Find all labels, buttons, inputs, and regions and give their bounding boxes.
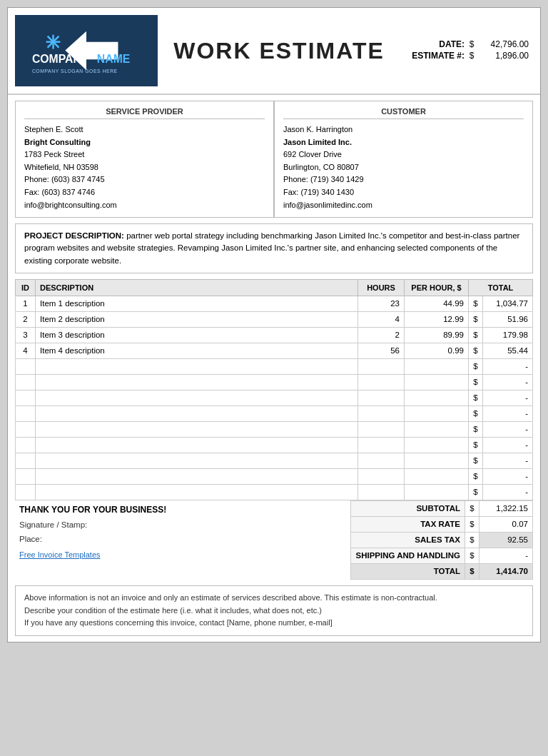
table-row-empty: $ -: [16, 468, 533, 484]
table-row-empty: $ -: [16, 358, 533, 374]
cust-address: 692 Clover Drive: [283, 148, 524, 161]
col-description: DESCRIPTION: [36, 279, 358, 296]
row-id: 1: [16, 296, 36, 311]
table-header-row: ID DESCRIPTION HOURS PER HOUR, $ TOTAL: [16, 279, 533, 296]
table-row-empty: $ -: [16, 374, 533, 390]
cust-fax: Fax: (719) 340 1430: [283, 186, 524, 199]
shipping-label: SHIPPING AND HANDLING: [351, 548, 465, 563]
row-description: Item 3 description: [36, 327, 358, 343]
meta-area: DATE: $ 42,796.00 ESTIMATE #: $ 1,896.00: [400, 39, 529, 62]
service-provider-col: SERVICE PROVIDER Stephen E. Scott Bright…: [15, 101, 274, 218]
row-id: 2: [16, 311, 36, 327]
sp-city: Whitefield, NH 03598: [24, 161, 265, 174]
disclaimer-line2: Describe your condition of the estimate …: [24, 605, 524, 618]
footer-left: THANK YOU FOR YOUR BUSINESS! Signature /…: [15, 500, 171, 563]
sales-tax-row: SALES TAX $ 92.55: [351, 532, 533, 548]
total-dollar: $: [465, 563, 480, 579]
cust-email: info@jasonlimitedinc.com: [283, 199, 524, 212]
sp-address: 1783 Peck Street: [24, 148, 265, 161]
table-row-empty: $ -: [16, 484, 533, 500]
estimate-row: ESTIMATE #: $ 1,896.00: [400, 51, 529, 61]
shipping-value: -: [480, 548, 533, 563]
row-total: 55.44: [483, 343, 533, 358]
row-dollar: $: [469, 327, 483, 343]
row-description: Item 1 description: [36, 296, 358, 311]
header: COMPANY NAME COMPANY SLOGAN GOES HERE WO…: [8, 8, 540, 95]
footer-section: THANK YOU FOR YOUR BUSINESS! Signature /…: [15, 500, 533, 580]
disclaimer-line3: If you have any questions concerning thi…: [24, 617, 524, 630]
tax-rate-row: TAX RATE $ 0.07: [351, 516, 533, 532]
document-title: WORK ESTIMATE: [158, 38, 400, 64]
row-hours: 2: [358, 327, 405, 343]
customer-header: CUSTOMER: [283, 107, 524, 119]
table-row-empty: $ -: [16, 405, 533, 421]
row-id: 3: [16, 327, 36, 343]
subtotal-row: SUBTOTAL $ 1,322.15: [351, 500, 533, 516]
free-invoice-link[interactable]: Free Invoice Templates: [19, 550, 166, 559]
table-row: 1 Item 1 description 23 44.99 $ 1,034.77: [16, 296, 533, 311]
row-dollar: $: [469, 311, 483, 327]
sales-tax-label: SALES TAX: [351, 532, 465, 548]
date-value: 42,796.00: [479, 39, 529, 49]
table-row-empty: $ -: [16, 390, 533, 405]
table-body: 1 Item 1 description 23 44.99 $ 1,034.77…: [16, 296, 533, 500]
table-row: 4 Item 4 description 56 0.99 $ 55.44: [16, 343, 533, 358]
cust-company: Jason Limited Inc.: [283, 136, 524, 149]
customer-body: Jason K. Harrington Jason Limited Inc. 6…: [283, 124, 524, 211]
disclaimer: Above information is not an invoice and …: [15, 585, 533, 636]
place-label: Place:: [19, 535, 166, 543]
row-per-hour: 0.99: [405, 343, 469, 358]
document-page: COMPANY NAME COMPANY SLOGAN GOES HERE WO…: [7, 7, 541, 642]
table-row-empty: $ -: [16, 453, 533, 468]
estimate-label: ESTIMATE #:: [400, 51, 465, 61]
col-hours: HOURS: [358, 279, 405, 296]
estimate-value: 1,896.00: [479, 51, 529, 61]
row-description: Item 2 description: [36, 311, 358, 327]
svg-text:COMPANY SLOGAN GOES HERE: COMPANY SLOGAN GOES HERE: [32, 69, 118, 74]
col-per-hour: PER HOUR, $: [405, 279, 469, 296]
sales-tax-value: 92.55: [480, 532, 533, 548]
table-row-empty: $ -: [16, 437, 533, 453]
sp-company: Bright Consulting: [24, 136, 265, 149]
row-hours: 4: [358, 311, 405, 327]
cust-name: Jason K. Harrington: [283, 124, 524, 136]
service-provider-body: Stephen E. Scott Bright Consulting 1783 …: [24, 124, 265, 211]
logo-icon: COMPANY NAME COMPANY SLOGAN GOES HERE: [26, 21, 147, 81]
thankyou-text: THANK YOU FOR YOUR BUSINESS!: [19, 505, 166, 515]
col-id: ID: [16, 279, 36, 296]
total-row: TOTAL $ 1,414.70: [351, 563, 533, 579]
sp-fax: Fax: (603) 837 4746: [24, 186, 265, 199]
row-dollar: $: [469, 343, 483, 358]
sp-name: Stephen E. Scott: [24, 124, 265, 136]
sp-email: info@brightconsulting.com: [24, 199, 265, 212]
tax-rate-dollar: $: [465, 516, 480, 532]
estimate-dollar: $: [467, 51, 476, 61]
shipping-row: SHIPPING AND HANDLING $ -: [351, 548, 533, 563]
table-row-empty: $ -: [16, 421, 533, 437]
row-dollar: $: [469, 296, 483, 311]
row-per-hour: 89.99: [405, 327, 469, 343]
subtotal-value: 1,322.15: [480, 500, 533, 516]
sp-phone: Phone: (603) 837 4745: [24, 173, 265, 186]
sales-tax-dollar: $: [465, 532, 480, 548]
total-label: TOTAL: [351, 563, 465, 579]
subtotal-dollar: $: [465, 500, 480, 516]
row-total: 1,034.77: [483, 296, 533, 311]
signature-label: Signature / Stamp:: [19, 520, 166, 529]
svg-text:COMPANY: COMPANY: [32, 53, 89, 65]
date-dollar: $: [467, 39, 476, 49]
row-id: 4: [16, 343, 36, 358]
disclaimer-line1: Above information is not an invoice and …: [24, 592, 524, 605]
cust-city: Burlington, CO 80807: [283, 161, 524, 174]
customer-col: CUSTOMER Jason K. Harrington Jason Limit…: [274, 101, 533, 218]
row-hours: 23: [358, 296, 405, 311]
project-label: PROJECT DESCRIPTION:: [24, 231, 124, 240]
row-total: 179.98: [483, 327, 533, 343]
info-section: SERVICE PROVIDER Stephen E. Scott Bright…: [15, 101, 533, 218]
shipping-dollar: $: [465, 548, 480, 563]
col-total: TOTAL: [469, 279, 533, 296]
date-label: DATE:: [400, 39, 465, 49]
service-provider-header: SERVICE PROVIDER: [24, 107, 265, 119]
date-row: DATE: $ 42,796.00: [400, 39, 529, 49]
tax-rate-label: TAX RATE: [351, 516, 465, 532]
